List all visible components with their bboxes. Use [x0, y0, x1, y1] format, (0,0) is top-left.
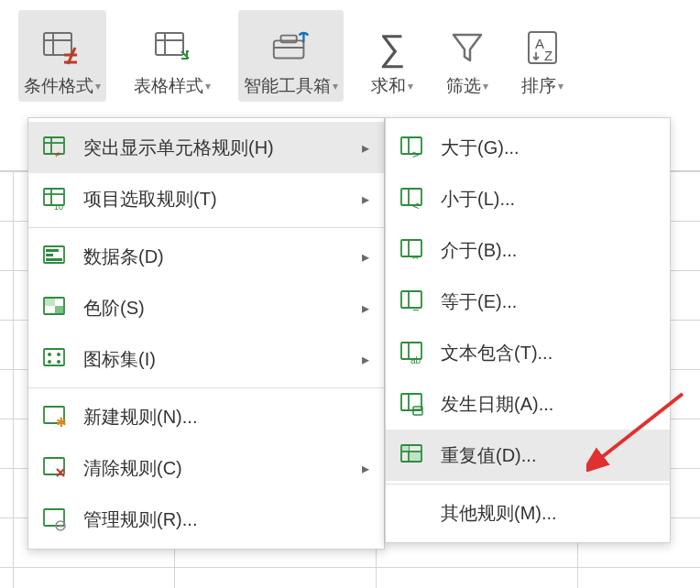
chevron-down-icon: ▾ [408, 80, 413, 93]
new-rule-icon: ✱ [41, 404, 69, 430]
clear-rules-icon [41, 455, 69, 481]
menu-item-new-rule[interactable]: ✱ 新建规则(N)... [28, 391, 384, 442]
svg-text:<: < [412, 199, 420, 211]
menu-item-label: 大于(G)... [441, 136, 655, 160]
toolbar-label: 排序 [521, 74, 556, 98]
svg-rect-30 [44, 349, 64, 365]
highlight-rules-submenu: > 大于(G)... < 小于(L)... ↔ 介于(B)... = 等于(E)… [385, 117, 671, 543]
submenu-arrow-icon: ▸ [362, 460, 369, 477]
menu-separator [28, 227, 384, 228]
toolbar-label: 表格样式 [134, 74, 203, 98]
svg-text:A: A [535, 36, 544, 51]
svg-point-32 [57, 353, 60, 356]
svg-point-34 [57, 360, 60, 364]
toolbar-table-style[interactable]: 表格样式 ▾ [128, 10, 216, 102]
submenu-duplicate[interactable]: 重复值(D)... [386, 430, 670, 481]
svg-text:=: = [412, 301, 420, 313]
svg-text:ab: ab [410, 355, 421, 365]
toolbar-label: 智能工具箱 [244, 74, 331, 98]
chevron-down-icon: ▾ [95, 80, 101, 93]
grid-line [13, 170, 14, 588]
toolbar-conditional-format[interactable]: 条件格式 ▾ [18, 10, 106, 102]
menu-item-label: 介于(B)... [441, 238, 655, 263]
ribbon-group: 条件格式 ▾ 表格样式 ▾ 智能工具箱 [0, 0, 700, 110]
chevron-down-icon: ▾ [333, 80, 338, 93]
toolbar-smart-toolbox[interactable]: 智能工具箱 ▾ [238, 10, 344, 102]
submenu-date[interactable]: 发生日期(A)... [386, 378, 670, 430]
submenu-arrow-icon: ▸ [362, 248, 369, 266]
greater-than-icon: > [399, 135, 426, 160]
svg-rect-28 [45, 299, 55, 306]
submenu-arrow-icon: ▸ [362, 191, 369, 208]
svg-text:Z: Z [544, 48, 552, 63]
highlight-rules-icon: ≠ [41, 135, 69, 160]
submenu-between[interactable]: ↔ 介于(B)... [386, 224, 670, 276]
toolbar-label: 求和 [371, 74, 406, 98]
menu-item-label: 发生日期(A)... [441, 392, 655, 417]
grid-line [577, 539, 578, 588]
submenu-more-rules[interactable]: 其他规则(M)... [386, 487, 670, 539]
sort-icon: A Z [521, 27, 563, 69]
svg-text:>: > [412, 147, 420, 159]
menu-item-icon-sets[interactable]: 图标集(I) ▸ [28, 333, 384, 385]
menu-item-label: 数据条(D) [83, 245, 347, 269]
chevron-down-icon: ▾ [558, 80, 563, 93]
menu-item-label: 等于(E)... [441, 289, 655, 314]
svg-text:✱: ✱ [56, 415, 67, 429]
svg-rect-56 [401, 394, 421, 410]
conditional-format-icon [41, 27, 83, 69]
svg-text:↔: ↔ [410, 252, 421, 262]
menu-item-label: 管理规则(R)... [83, 507, 369, 532]
svg-rect-63 [402, 446, 409, 451]
between-icon: ↔ [399, 237, 426, 263]
svg-rect-24 [46, 249, 59, 252]
menu-item-label: 文本包含(T)... [441, 341, 655, 365]
icon-sets-icon [41, 346, 69, 372]
color-scales-icon [41, 295, 69, 321]
svg-rect-38 [44, 509, 64, 526]
svg-rect-25 [46, 254, 53, 256]
menu-item-top-bottom[interactable]: 10 项目选取规则(T) ▸ [28, 173, 384, 224]
less-than-icon: < [399, 186, 426, 212]
duplicate-icon [399, 442, 426, 468]
menu-item-label: 重复值(D)... [441, 443, 655, 468]
toolbar-sum[interactable]: ∑ 求和 ▾ [366, 10, 419, 102]
submenu-equal[interactable]: = 等于(E)... [386, 276, 670, 327]
svg-text:≠: ≠ [55, 149, 60, 159]
menu-item-clear-rules[interactable]: 清除规则(C) ▸ [28, 442, 384, 494]
submenu-arrow-icon: ▸ [362, 351, 369, 368]
menu-separator [28, 387, 384, 388]
table-style-icon [151, 27, 193, 69]
menu-item-label: 新建规则(N)... [83, 405, 369, 430]
menu-item-manage-rules[interactable]: 管理规则(R)... [28, 494, 384, 545]
menu-item-data-bars[interactable]: 数据条(D) ▸ [28, 231, 384, 282]
toolbar-label: 条件格式 [24, 74, 93, 98]
data-bars-icon [41, 244, 69, 269]
conditional-format-menu: ≠ 突出显示单元格规则(H) ▸ 10 项目选取规则(T) ▸ 数据条(D) ▸… [27, 117, 385, 550]
svg-rect-0 [44, 33, 71, 55]
menu-item-color-scales[interactable]: 色阶(S) ▸ [28, 282, 384, 333]
smart-toolbox-icon [270, 27, 312, 69]
svg-text:10: 10 [54, 202, 63, 211]
equal-icon: = [399, 289, 426, 314]
menu-item-label: 突出显示单元格规则(H) [83, 136, 347, 160]
submenu-less-than[interactable]: < 小于(L)... [386, 173, 670, 224]
toolbar-sort[interactable]: A Z 排序 ▾ [516, 10, 569, 102]
chevron-down-icon: ▾ [205, 80, 211, 93]
toolbar-filter[interactable]: 筛选 ▾ [441, 10, 494, 102]
chevron-down-icon: ▾ [483, 80, 488, 93]
menu-separator [386, 484, 670, 485]
toolbar-label: 筛选 [446, 74, 481, 98]
submenu-greater-than[interactable]: > 大于(G)... [386, 122, 670, 173]
svg-rect-15 [44, 137, 64, 154]
submenu-arrow-icon: ▸ [362, 139, 369, 157]
svg-rect-6 [156, 33, 183, 55]
svg-point-31 [48, 353, 51, 356]
svg-point-40 [59, 524, 61, 527]
submenu-text-contains[interactable]: ab 文本包含(T)... [386, 327, 670, 378]
sigma-icon: ∑ [371, 27, 413, 69]
svg-rect-64 [410, 452, 421, 461]
menu-item-highlight-rules[interactable]: ≠ 突出显示单元格规则(H) ▸ [28, 122, 384, 173]
menu-item-label: 其他规则(M)... [441, 501, 655, 526]
menu-item-label: 小于(L)... [441, 187, 655, 212]
